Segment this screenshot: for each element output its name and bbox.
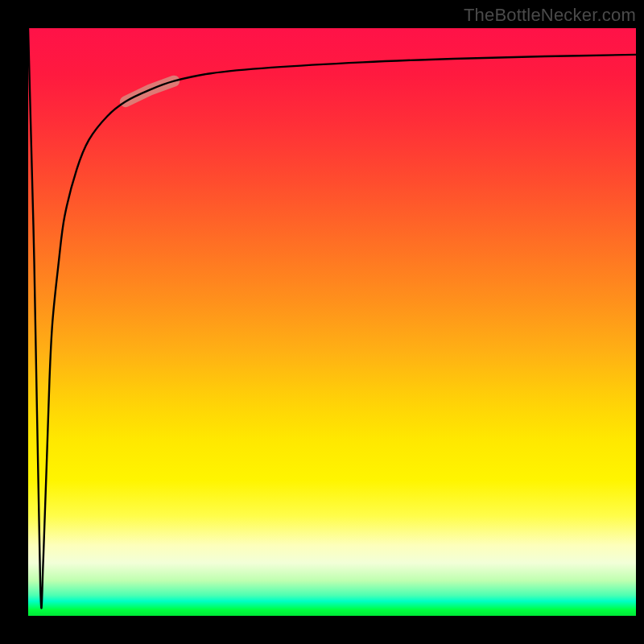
watermark-text: TheBottleNecker.com [464, 5, 636, 26]
chart-curve [28, 28, 636, 609]
chart-plot-area [28, 28, 636, 616]
chart-svg [28, 28, 636, 616]
chart-frame: TheBottleNecker.com [0, 0, 644, 644]
